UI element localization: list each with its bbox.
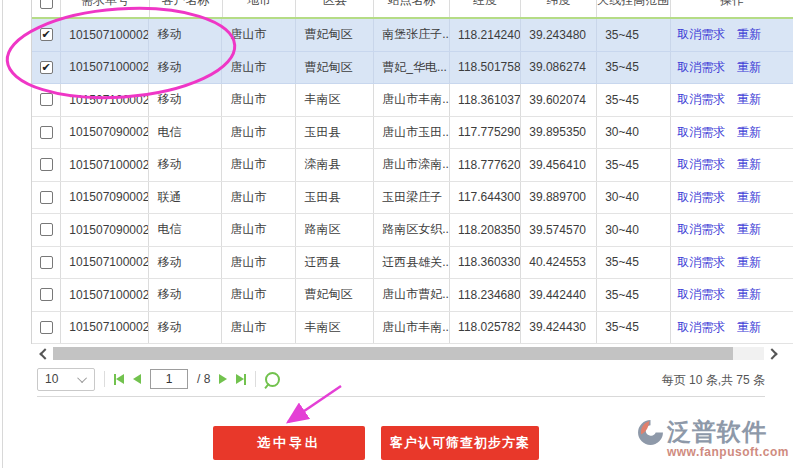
redo-link[interactable]: 重新 (737, 91, 761, 108)
cancel-demand-link[interactable]: 取消需求 (677, 286, 725, 303)
header-station[interactable]: 站点名称 (374, 0, 450, 17)
cell-longitude: 117.775290 (450, 117, 521, 149)
last-page-button[interactable] (236, 374, 246, 385)
cell-actions: 取消需求重新 (671, 19, 793, 51)
prev-page-button[interactable] (133, 374, 141, 384)
header-longitude[interactable]: 经度 (450, 0, 521, 17)
cell-city: 唐山市 (222, 52, 296, 84)
chevron-left-icon (39, 348, 50, 359)
row-checkbox-cell[interactable] (32, 247, 61, 279)
header-height-range[interactable]: 天线挂高范围 (597, 0, 671, 17)
scroll-left-button[interactable] (37, 346, 53, 361)
cell-latitude: 39.895350 (521, 117, 597, 149)
row-checkbox-cell[interactable]: ✔ (32, 52, 61, 84)
row-checkbox-cell[interactable] (32, 312, 61, 344)
row-checkbox[interactable] (40, 191, 53, 204)
scroll-right-button[interactable] (764, 346, 780, 361)
row-checkbox[interactable]: ✔ (40, 61, 53, 74)
row-checkbox[interactable] (40, 126, 53, 139)
header-actions[interactable]: 操作 (671, 0, 793, 17)
redo-link[interactable]: 重新 (737, 221, 761, 238)
table-row[interactable]: 1015071000028...移动唐山市迁西县迁西县雄关...118.3603… (32, 247, 793, 280)
redo-link[interactable]: 重新 (737, 189, 761, 206)
cell-latitude: 39.456410 (521, 149, 597, 181)
redo-link[interactable]: 重新 (737, 156, 761, 173)
redo-link[interactable]: 重新 (737, 59, 761, 76)
table-row[interactable]: 1015071000028...移动唐山市丰南区唐山市丰南...118.0257… (32, 312, 793, 345)
divider (255, 371, 256, 387)
cancel-demand-link[interactable]: 取消需求 (677, 254, 725, 271)
table-row[interactable]: 1015070900023...联通唐山市玉田县玉田梁庄子117.6443003… (32, 182, 793, 215)
table-row[interactable]: ✔1015071000028...移动唐山市曹妃甸区曹妃_华电...118.50… (32, 52, 793, 85)
row-checkbox[interactable] (40, 321, 53, 334)
cell-order-no: 1015071000028... (61, 279, 149, 311)
cancel-demand-link[interactable]: 取消需求 (677, 59, 725, 76)
scrollbar-thumb[interactable] (53, 347, 733, 360)
page-number-input[interactable] (150, 369, 188, 389)
cell-station: 唐山市玉田... (374, 117, 450, 149)
header-district[interactable]: 区县 (296, 0, 374, 17)
row-checkbox-cell[interactable] (32, 84, 61, 116)
redo-link[interactable]: 重新 (737, 26, 761, 43)
redo-link[interactable]: 重新 (737, 254, 761, 271)
table-row[interactable]: 1015071000028...移动唐山市滦南县唐山市滦南...118.7776… (32, 149, 793, 182)
row-checkbox[interactable] (40, 288, 53, 301)
cell-station: 唐山市滦南... (374, 149, 450, 181)
scrollbar-track[interactable] (53, 347, 764, 360)
header-order-no[interactable]: 需求单号 (61, 0, 149, 17)
cell-district: 路南区 (296, 214, 374, 246)
cancel-demand-link[interactable]: 取消需求 (677, 91, 725, 108)
table-header-row: 需求单号 客户名称 地市 区县 站点名称 经度 纬度 天线挂高范围 操作 (32, 0, 793, 17)
redo-link[interactable]: 重新 (737, 319, 761, 336)
row-checkbox-cell[interactable] (32, 214, 61, 246)
row-checkbox[interactable] (40, 158, 53, 171)
header-latitude[interactable]: 纬度 (521, 0, 597, 17)
cancel-demand-link[interactable]: 取消需求 (677, 26, 725, 43)
header-city[interactable]: 地市 (223, 0, 297, 17)
cell-latitude: 39.424430 (521, 312, 597, 344)
cell-height-range: 30~40 (597, 214, 671, 246)
row-checkbox-cell[interactable]: ✔ (32, 19, 61, 51)
cell-longitude: 118.214240 (450, 19, 521, 51)
export-selected-button[interactable]: 选中导出 (213, 426, 365, 460)
page-size-select[interactable]: 10 (37, 368, 95, 391)
redo-link[interactable]: 重新 (737, 124, 761, 141)
row-checkbox[interactable] (40, 256, 53, 269)
first-page-button[interactable] (114, 374, 124, 385)
cell-actions: 取消需求重新 (671, 117, 793, 149)
cell-customer: 电信 (149, 117, 222, 149)
row-checkbox-cell[interactable] (32, 149, 61, 181)
footer-divider (37, 396, 765, 397)
refresh-icon[interactable] (265, 372, 280, 387)
cell-customer: 移动 (149, 52, 222, 84)
cell-actions: 取消需求重新 (671, 247, 793, 279)
cancel-demand-link[interactable]: 取消需求 (677, 189, 725, 206)
row-checkbox-cell[interactable] (32, 117, 61, 149)
cell-customer: 电信 (149, 214, 222, 246)
cell-station: 曹妃_华电... (374, 52, 450, 84)
cancel-demand-link[interactable]: 取消需求 (677, 319, 725, 336)
cell-city: 唐山市 (222, 214, 296, 246)
cancel-demand-link[interactable]: 取消需求 (677, 221, 725, 238)
customer-approve-button[interactable]: 客户认可筛查初步方案 (381, 426, 539, 460)
table-row[interactable]: 1015070900020...电信唐山市玉田县唐山市玉田...117.7752… (32, 117, 793, 150)
table-row[interactable]: ✔1015071000028...移动唐山市曹妃甸区南堡张庄子...118.21… (32, 19, 793, 52)
row-checkbox[interactable]: ✔ (40, 28, 53, 41)
table-row[interactable]: 1015070900023...电信唐山市路南区路南区女织...118.2083… (32, 214, 793, 247)
next-page-button[interactable] (219, 374, 227, 384)
select-all-checkbox[interactable] (40, 0, 53, 9)
cancel-demand-link[interactable]: 取消需求 (677, 156, 725, 173)
redo-link[interactable]: 重新 (737, 286, 761, 303)
horizontal-scrollbar[interactable] (37, 346, 780, 361)
cancel-demand-link[interactable]: 取消需求 (677, 124, 725, 141)
cell-height-range: 35~45 (597, 312, 671, 344)
header-customer[interactable]: 客户名称 (150, 0, 223, 17)
table-row[interactable]: 1015071000028...移动唐山市曹妃甸区唐山市曹妃...118.234… (32, 279, 793, 312)
table-row[interactable]: 1015071000028...移动唐山市丰南区唐山市丰南...118.3610… (32, 84, 793, 117)
cell-station: 玉田梁庄子 (374, 182, 450, 214)
row-checkbox[interactable] (40, 223, 53, 236)
row-checkbox-cell[interactable] (32, 279, 61, 311)
row-checkbox-cell[interactable] (32, 182, 61, 214)
row-checkbox[interactable] (40, 93, 53, 106)
header-checkbox-cell[interactable] (32, 0, 61, 17)
